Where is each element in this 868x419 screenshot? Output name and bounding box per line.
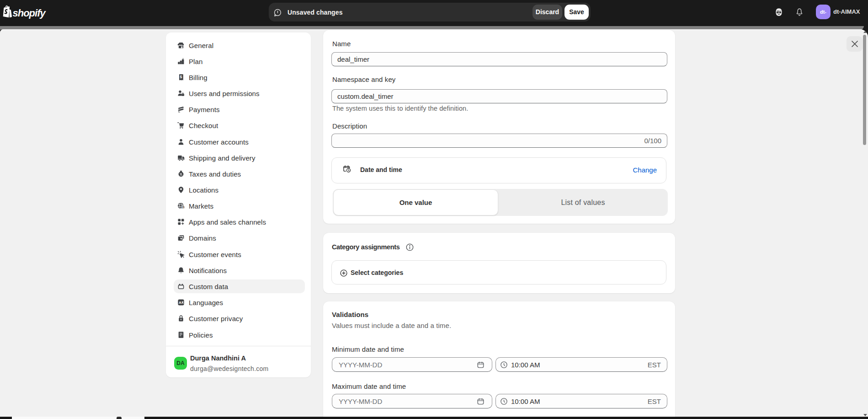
svg-text:shopify: shopify — [13, 7, 47, 19]
svg-text:A: A — [179, 301, 181, 305]
svg-text:$: $ — [180, 75, 182, 79]
svg-text:$: $ — [182, 206, 184, 210]
